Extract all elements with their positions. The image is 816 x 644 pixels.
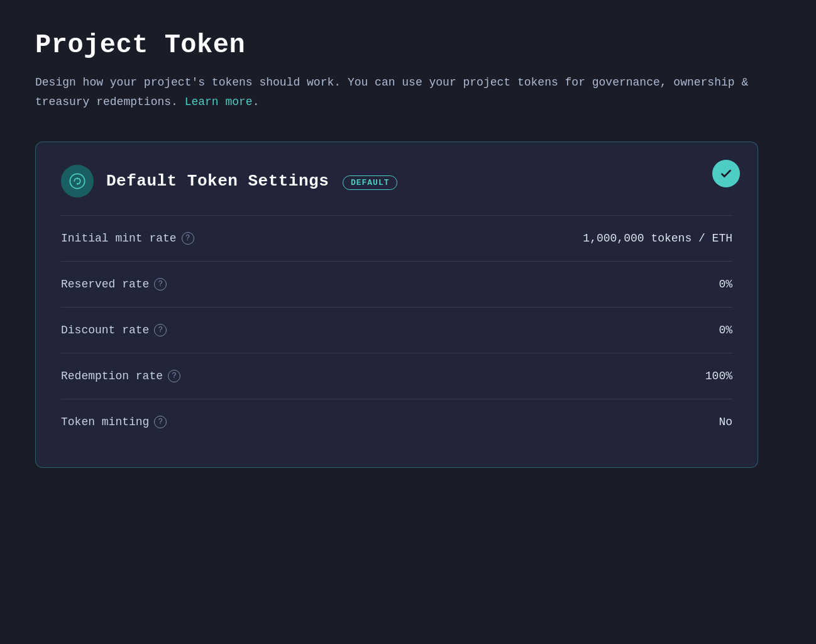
row-value: 1,000,000 tokens / ETH bbox=[583, 232, 732, 245]
token-icon bbox=[61, 165, 94, 197]
settings-row: Discount rate?0% bbox=[61, 308, 732, 353]
row-label: Discount rate? bbox=[61, 324, 167, 336]
row-label: Redemption rate? bbox=[61, 370, 180, 382]
row-value: 0% bbox=[719, 324, 732, 336]
settings-card: Default Token Settings DEFAULT Initial m… bbox=[35, 142, 758, 468]
row-label-text: Reserved rate bbox=[61, 278, 149, 291]
settings-row: Token minting?No bbox=[61, 399, 732, 445]
row-label-text: Discount rate bbox=[61, 324, 149, 336]
card-title: Default Token Settings bbox=[106, 172, 329, 191]
row-label: Initial mint rate? bbox=[61, 232, 194, 245]
help-icon[interactable]: ? bbox=[154, 278, 167, 291]
settings-rows-container: Initial mint rate?1,000,000 tokens / ETH… bbox=[61, 216, 732, 445]
row-label-text: Redemption rate bbox=[61, 370, 163, 382]
help-icon[interactable]: ? bbox=[182, 232, 194, 245]
check-icon bbox=[719, 167, 733, 180]
help-icon[interactable]: ? bbox=[154, 416, 167, 428]
row-value: No bbox=[719, 416, 732, 428]
learn-more-label: Learn more bbox=[185, 96, 253, 108]
token-svg-icon bbox=[69, 172, 86, 190]
row-value: 100% bbox=[705, 370, 732, 382]
default-badge: DEFAULT bbox=[343, 175, 398, 190]
card-title-area: Default Token Settings DEFAULT bbox=[106, 172, 397, 191]
row-label-text: Initial mint rate bbox=[61, 232, 177, 245]
row-label: Token minting? bbox=[61, 416, 167, 428]
row-value: 0% bbox=[719, 278, 732, 291]
row-label: Reserved rate? bbox=[61, 278, 167, 291]
check-circle-button[interactable] bbox=[712, 160, 740, 187]
settings-row: Redemption rate?100% bbox=[61, 353, 732, 399]
row-label-text: Token minting bbox=[61, 416, 149, 428]
settings-row: Initial mint rate?1,000,000 tokens / ETH bbox=[61, 216, 732, 261]
help-icon[interactable]: ? bbox=[168, 370, 180, 382]
learn-more-link[interactable]: Learn more bbox=[185, 96, 253, 108]
settings-row: Reserved rate?0% bbox=[61, 262, 732, 307]
page-title: Project Token bbox=[35, 30, 781, 60]
description-text: Design how your project's tokens should … bbox=[35, 76, 748, 108]
help-icon[interactable]: ? bbox=[154, 324, 167, 336]
card-header: Default Token Settings DEFAULT bbox=[61, 165, 732, 197]
description-suffix: . bbox=[253, 96, 260, 108]
page-description: Design how your project's tokens should … bbox=[35, 73, 758, 111]
